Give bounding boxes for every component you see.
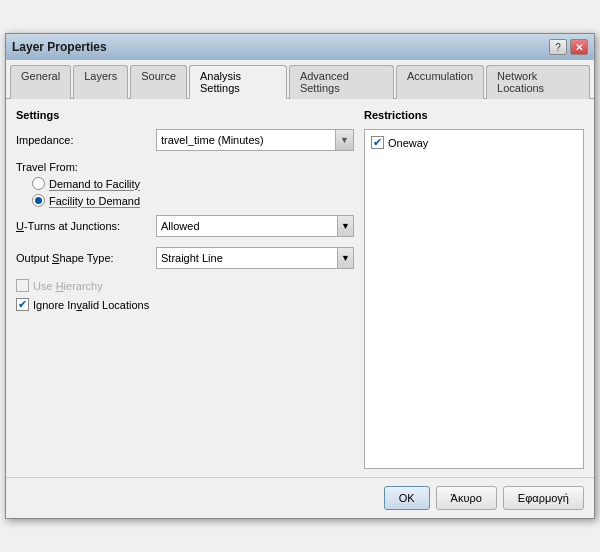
- oneway-label: Oneway: [388, 137, 428, 149]
- impedance-label: Impedance:: [16, 134, 156, 146]
- uturns-group: U-Turns at Junctions: Allowed ▼: [16, 215, 354, 237]
- impedance-value: travel_time (Minutes): [157, 134, 335, 146]
- oneway-checkbox[interactable]: ✔: [371, 136, 384, 149]
- radio-demand-item[interactable]: Demand to Facility: [32, 177, 354, 190]
- impedance-combo[interactable]: travel_time (Minutes) ▼: [156, 129, 354, 151]
- settings-panel: Settings Impedance: travel_time (Minutes…: [16, 109, 354, 469]
- use-hierarchy-checkbox[interactable]: [16, 279, 29, 292]
- travel-from-radios: Demand to Facility Facility to Demand: [16, 177, 354, 207]
- radio-facility-item[interactable]: Facility to Demand: [32, 194, 354, 207]
- uturns-value: Allowed: [161, 220, 200, 232]
- output-shape-arrow-icon: ▼: [337, 248, 353, 268]
- uturns-label: U-Turns at Junctions:: [16, 220, 156, 232]
- use-hierarchy-item[interactable]: Use Hierarchy: [16, 279, 354, 292]
- tab-bar: General Layers Source Analysis Settings …: [6, 60, 594, 99]
- output-shape-label: Output Shape Type:: [16, 252, 156, 264]
- radio-facility-label: Facility to Demand: [49, 195, 140, 207]
- restrictions-section-label: Restrictions: [364, 109, 584, 121]
- restriction-oneway: ✔ Oneway: [371, 136, 577, 149]
- output-shape-value: Straight Line: [161, 252, 223, 264]
- output-shape-combo[interactable]: Straight Line ▼: [156, 247, 354, 269]
- uturns-label-text: U-Turns at Junctions:: [16, 220, 120, 232]
- content-row: Settings Impedance: travel_time (Minutes…: [16, 109, 584, 469]
- impedance-arrow-icon: ▼: [335, 130, 353, 150]
- restrictions-panel: Restrictions ✔ Oneway: [364, 109, 584, 469]
- uturns-arrow-icon: ▼: [337, 216, 353, 236]
- use-hierarchy-label: Use Hierarchy: [33, 280, 103, 292]
- radio-demand-input[interactable]: [32, 177, 45, 190]
- bottom-bar: OK Άκυρο Εφαρμογή: [6, 477, 594, 518]
- uturns-combo[interactable]: Allowed ▼: [156, 215, 354, 237]
- tab-general[interactable]: General: [10, 65, 71, 99]
- close-button[interactable]: ✕: [570, 39, 588, 55]
- tab-layers[interactable]: Layers: [73, 65, 128, 99]
- title-bar: Layer Properties ? ✕: [6, 34, 594, 60]
- travel-from-group: Travel From: Demand to Facility Facility…: [16, 161, 354, 207]
- layer-properties-window: Layer Properties ? ✕ General Layers Sour…: [5, 33, 595, 519]
- apply-button[interactable]: Εφαρμογή: [503, 486, 584, 510]
- ignore-invalid-item[interactable]: ✔ Ignore Invalid Locations: [16, 298, 354, 311]
- tab-source[interactable]: Source: [130, 65, 187, 99]
- title-controls: ? ✕: [549, 39, 588, 55]
- tab-advanced[interactable]: Advanced Settings: [289, 65, 394, 99]
- radio-demand-label: Demand to Facility: [49, 178, 140, 190]
- help-button[interactable]: ?: [549, 39, 567, 55]
- ignore-invalid-label: Ignore Invalid Locations: [33, 299, 149, 311]
- tab-network[interactable]: Network Locations: [486, 65, 590, 99]
- restrictions-box: ✔ Oneway: [364, 129, 584, 469]
- settings-section-label: Settings: [16, 109, 354, 121]
- tab-accumulation[interactable]: Accumulation: [396, 65, 484, 99]
- ignore-invalid-checkbox[interactable]: ✔: [16, 298, 29, 311]
- tab-analysis[interactable]: Analysis Settings: [189, 65, 287, 99]
- output-shape-group: Output Shape Type: Straight Line ▼: [16, 247, 354, 269]
- radio-facility-input[interactable]: [32, 194, 45, 207]
- travel-from-label: Travel From:: [16, 161, 354, 173]
- window-title: Layer Properties: [12, 40, 107, 54]
- ok-button[interactable]: OK: [384, 486, 430, 510]
- tab-content: Settings Impedance: travel_time (Minutes…: [6, 99, 594, 477]
- cancel-button[interactable]: Άκυρο: [436, 486, 497, 510]
- impedance-group: Impedance: travel_time (Minutes) ▼: [16, 129, 354, 151]
